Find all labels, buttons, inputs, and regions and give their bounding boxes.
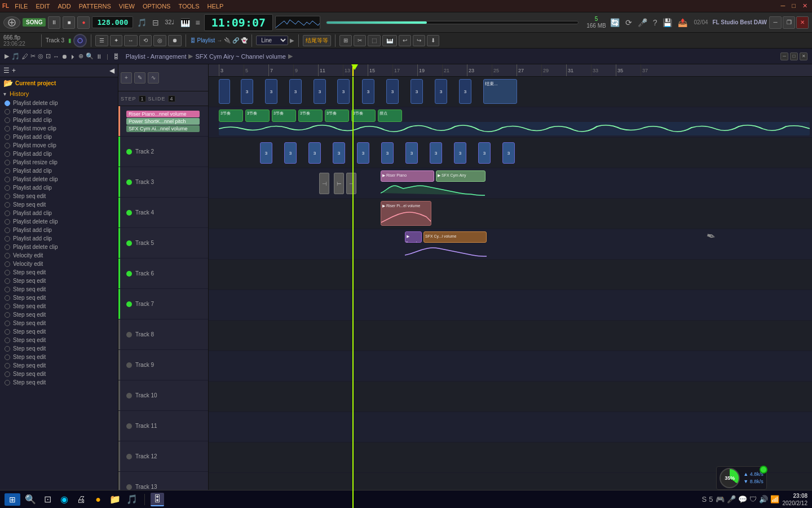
clip-t2-label3[interactable]: 3节奏 [272, 110, 296, 122]
clip-t3-1[interactable]: 3 [260, 142, 272, 164]
history-item-29[interactable]: Step seq edit [0, 344, 118, 353]
loop-tool[interactable]: ⟲ [139, 35, 152, 46]
history-item-9[interactable]: Playlist delete clip [0, 175, 118, 183]
track-label-row-7[interactable]: Track 7 [118, 289, 208, 319]
bc-icon10[interactable]: ⏸ [96, 53, 102, 60]
window-close[interactable]: ✕ [800, 2, 810, 10]
taskbar-search[interactable]: 🔍 [24, 493, 37, 506]
clip-t1-4[interactable]: 3 [289, 79, 302, 104]
clip-t2-label7[interactable]: 摆点 [378, 110, 402, 122]
panel-restore-btn[interactable]: ─ [780, 52, 788, 60]
playlist-expand-btn[interactable]: ▶ [5, 52, 9, 60]
history-item-20[interactable]: Step seq edit [0, 268, 118, 277]
menu-file[interactable]: FILE [12, 3, 30, 10]
piano-icon[interactable]: 🎹 [179, 18, 192, 27]
clip-t2-label4[interactable]: 3节奏 [298, 110, 323, 122]
history-item-25[interactable]: Step seq edit [0, 310, 118, 319]
tray-speaker-icon[interactable]: 🔊 [759, 495, 768, 503]
clip-t4-riser[interactable]: ▶ Riser Piano [381, 170, 434, 182]
export-icon[interactable]: 📤 [676, 18, 689, 27]
panel-close-btn[interactable]: ✕ [800, 52, 807, 60]
menu-options[interactable]: OPTIONS [140, 3, 173, 10]
bpm-display[interactable]: 128.000 [92, 16, 133, 28]
panel-menu-icon[interactable]: ☰ [3, 67, 10, 75]
history-item-19[interactable]: Velocity edit [0, 260, 118, 268]
history-item-5[interactable]: Playlist move clip [0, 141, 118, 150]
clip-t4-h1[interactable]: ⊣ [319, 173, 329, 194]
track-label-row-12[interactable]: Track 12 [118, 441, 208, 472]
track1-label-area[interactable]: Riser Piano...nnel volume Power ShortK..… [126, 111, 202, 132]
step-val[interactable]: 1 [139, 95, 146, 102]
clip-t1-2[interactable]: 3 [241, 79, 253, 104]
clip-t1-10[interactable]: 3 [435, 79, 447, 104]
track-label-row-11[interactable]: Track 11 [118, 411, 208, 441]
bc-icon5[interactable]: ↔ [53, 53, 59, 60]
zoom-tool[interactable]: ◎ [153, 35, 166, 46]
taskbar-chrome[interactable]: ● [91, 493, 105, 506]
track-label-row-2[interactable]: Track 2 [118, 137, 208, 167]
save-icon[interactable]: 💾 [661, 18, 674, 27]
snap-btn[interactable]: ⊞ [339, 35, 352, 46]
master-volume[interactable] [326, 21, 579, 24]
plugin-icon[interactable]: 🔌 [224, 37, 231, 43]
history-item-30[interactable]: Step seq edit [0, 353, 118, 361]
piano-btn[interactable]: 🎹 [382, 35, 397, 46]
clip-t1-6[interactable]: 3 [337, 79, 350, 104]
history-item-6[interactable]: Playlist add clip [0, 150, 118, 158]
history-item-2[interactable]: Playlist add clip [0, 116, 118, 124]
history-item-17[interactable]: Playlist delete clip [0, 243, 118, 251]
clip-t1-3[interactable]: 3 [265, 79, 277, 104]
win-restore-btn[interactable]: ❐ [783, 16, 795, 29]
history-item-15[interactable]: Playlist add clip [0, 226, 118, 234]
history-item-0[interactable]: Playlist delete clip [0, 99, 118, 107]
history-item-24[interactable]: Step seq edit [0, 302, 118, 310]
ghost-icon[interactable]: 👻 [241, 37, 248, 43]
history-item-27[interactable]: Step seq edit [0, 327, 118, 336]
history-item-8[interactable]: Playlist add clip [0, 167, 118, 175]
panel-add-icon[interactable]: + [12, 67, 16, 75]
playlist-link[interactable]: 🎛 Playlist [190, 37, 215, 43]
bc-icon6[interactable]: ⏺ [61, 53, 68, 60]
window-maximize[interactable]: □ [789, 2, 798, 10]
taskbar-task-view[interactable]: ⊡ [41, 493, 54, 506]
history-item-1[interactable]: Playlist add clip [0, 107, 118, 116]
taskbar-hp[interactable]: 🖨 [74, 493, 88, 506]
clip-t3-3[interactable]: 3 [308, 142, 321, 164]
cut-btn[interactable]: ✂ [354, 35, 366, 46]
start-button[interactable]: ⊞ [5, 493, 20, 506]
bc-icon3[interactable]: ◎ [38, 52, 43, 60]
track-row-t9[interactable] [209, 321, 812, 351]
bc-playlist-icon[interactable]: 🎛 [113, 53, 119, 60]
taskbar-edge[interactable]: ◉ [58, 493, 71, 506]
playlist-ruler[interactable]: 35791113151719212325272931333537 [209, 64, 812, 77]
bc-icon1[interactable]: 🖊 [22, 53, 28, 60]
track-label-row-3[interactable]: Track 3 [118, 167, 208, 198]
history-item-10[interactable]: Playlist add clip [0, 183, 118, 192]
clip-t4-h3[interactable]: ⊣ [346, 173, 356, 194]
clip-t3-7[interactable]: 3 [405, 142, 418, 164]
slide-val[interactable]: 4 [168, 95, 175, 102]
undo-btn[interactable]: ↩ [399, 35, 411, 46]
win-min-btn[interactable]: ─ [769, 16, 782, 29]
render-btn[interactable]: ⬇ [427, 35, 439, 46]
clip-t6-pow[interactable]: ▶ Pow...h [405, 231, 422, 243]
tray-network-icon[interactable]: 📶 [770, 495, 779, 503]
clip-t2-label2[interactable]: 3节奏 [245, 110, 270, 122]
clip-t1-end[interactable]: 结束... [483, 79, 517, 104]
chinese-text-btn[interactable]: 结尾等等 [303, 35, 331, 46]
panel-expand-icon[interactable]: ◀ [109, 67, 114, 75]
clip-t3-11[interactable]: 3 [502, 142, 515, 164]
update-icon[interactable]: 🔄 [608, 18, 621, 27]
track-row-t7[interactable] [209, 260, 812, 290]
history-item-18[interactable]: Velocity edit [0, 251, 118, 260]
menu-tools[interactable]: TOOLS [176, 3, 201, 10]
bc-icon2[interactable]: ✂ [30, 52, 36, 60]
tray-mic-icon[interactable]: 🎤 [727, 495, 736, 503]
track-row-t6[interactable]: ▶ Pow...h SFX Cy...l volume [209, 229, 812, 260]
tray-chat-icon[interactable]: 💬 [738, 495, 747, 503]
playlist-icon[interactable]: 🎵 [11, 52, 20, 60]
history-item-4[interactable]: Playlist add clip [0, 133, 118, 141]
win-close-btn[interactable]: ✕ [796, 16, 809, 29]
snap-toggle[interactable]: ✦ [110, 35, 122, 46]
clip-t1-8[interactable]: 3 [386, 79, 399, 104]
